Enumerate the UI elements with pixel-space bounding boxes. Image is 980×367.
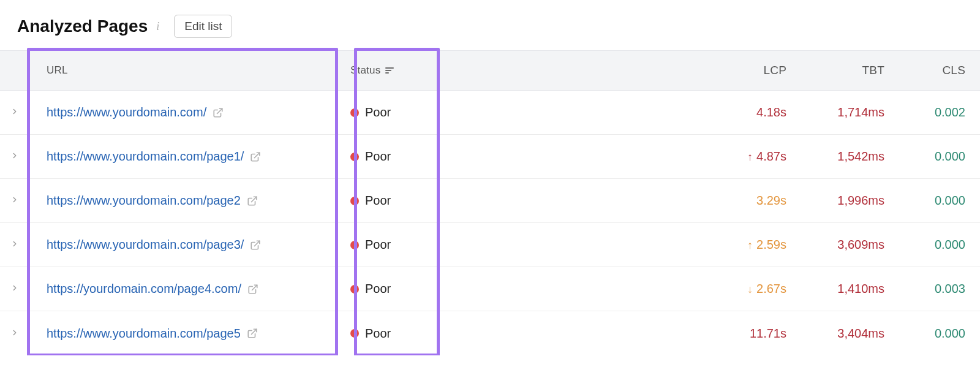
table-row: https://www.yourdomain.com/page1/Poor↑ 4…	[0, 135, 980, 179]
status-dot-icon	[350, 197, 359, 205]
lcp-value: ↓ 2.67s	[747, 282, 786, 296]
cls-value: 0.000	[935, 327, 965, 341]
expand-chevron-icon[interactable]	[10, 106, 19, 119]
cls-value: 0.003	[935, 282, 965, 296]
status-dot-icon	[350, 241, 359, 249]
external-link-icon[interactable]	[250, 240, 261, 251]
expand-chevron-icon[interactable]	[10, 282, 19, 295]
status-dot-icon	[350, 153, 359, 161]
external-link-icon[interactable]	[247, 284, 258, 295]
col-header-status-label: Status	[350, 64, 380, 77]
status-cell: Poor	[350, 105, 391, 119]
trend-up-icon: ↑	[747, 151, 753, 162]
expand-chevron-icon[interactable]	[10, 327, 19, 340]
expand-chevron-icon[interactable]	[10, 194, 19, 207]
tbt-value: 1,542ms	[837, 149, 884, 164]
tbt-value: 3,404ms	[837, 327, 884, 341]
external-link-icon[interactable]	[250, 151, 261, 162]
lcp-value: 4.18s	[756, 105, 786, 119]
status-cell: Poor	[350, 327, 391, 341]
status-label: Poor	[365, 194, 391, 208]
table-header: URL Status LCP TBT CLS	[0, 50, 980, 91]
status-cell: Poor	[350, 282, 391, 296]
tbt-value: 1,410ms	[837, 282, 884, 296]
page-title: Analyzed Pages	[17, 17, 148, 36]
trend-down-icon: ↓	[747, 284, 753, 295]
lcp-value: ↑ 2.59s	[747, 238, 786, 252]
tbt-value: 3,609ms	[837, 238, 884, 252]
col-header-tbt[interactable]: TBT	[796, 51, 894, 90]
url-link[interactable]: https://www.yourdomain.com/	[47, 105, 206, 119]
url-link[interactable]: https://www.yourdomain.com/page1/	[47, 149, 244, 164]
col-header-cls[interactable]: CLS	[894, 51, 980, 90]
cls-value: 0.000	[935, 238, 965, 252]
url-link[interactable]: https://www.yourdomain.com/page3/	[47, 238, 244, 252]
info-icon[interactable]: i	[156, 20, 159, 33]
expand-chevron-icon[interactable]	[10, 238, 19, 251]
status-label: Poor	[365, 282, 391, 296]
status-label: Poor	[365, 105, 391, 119]
table-row: https://www.yourdomain.com/Poor 4.18s1,7…	[0, 91, 980, 135]
table-row: https://www.yourdomain.com/page5Poor 11.…	[0, 311, 980, 355]
external-link-icon[interactable]	[247, 328, 258, 339]
col-header-lcp[interactable]: LCP	[698, 51, 796, 90]
edit-list-button[interactable]: Edit list	[174, 15, 232, 38]
tbt-value: 1,714ms	[837, 105, 884, 119]
col-header-url[interactable]: URL	[29, 51, 336, 90]
status-cell: Poor	[350, 238, 391, 252]
status-dot-icon	[350, 285, 359, 293]
cls-value: 0.000	[935, 194, 965, 208]
external-link-icon[interactable]	[247, 195, 258, 206]
url-link[interactable]: https://www.yourdomain.com/page5	[47, 327, 241, 341]
col-header-url-label: URL	[47, 64, 68, 77]
cls-value: 0.002	[935, 105, 965, 119]
tbt-value: 1,996ms	[837, 194, 884, 208]
status-label: Poor	[365, 238, 391, 252]
status-cell: Poor	[350, 194, 391, 208]
external-link-icon[interactable]	[213, 107, 224, 118]
cls-value: 0.000	[935, 149, 965, 164]
table-row: https://www.yourdomain.com/page3/Poor↑ 2…	[0, 223, 980, 267]
status-dot-icon	[350, 108, 359, 117]
status-label: Poor	[365, 327, 391, 341]
lcp-value: 3.29s	[756, 194, 786, 208]
lcp-value: 11.71s	[750, 327, 786, 341]
filter-icon	[385, 67, 394, 74]
status-cell: Poor	[350, 149, 391, 164]
table-row: https://www.yourdomain.com/page2Poor 3.2…	[0, 179, 980, 223]
status-dot-icon	[350, 329, 359, 338]
col-header-status[interactable]: Status	[336, 51, 421, 90]
lcp-value: ↑ 4.87s	[747, 149, 786, 164]
expand-chevron-icon[interactable]	[10, 150, 19, 163]
pages-table: URL Status LCP TBT CLS https://www.yourd…	[0, 50, 980, 355]
trend-up-icon: ↑	[747, 240, 753, 251]
url-link[interactable]: https://yourdomain.com/page4.com/	[47, 282, 241, 296]
table-row: https://yourdomain.com/page4.com/Poor↓ 2…	[0, 267, 980, 311]
status-label: Poor	[365, 149, 391, 164]
url-link[interactable]: https://www.yourdomain.com/page2	[47, 194, 241, 208]
